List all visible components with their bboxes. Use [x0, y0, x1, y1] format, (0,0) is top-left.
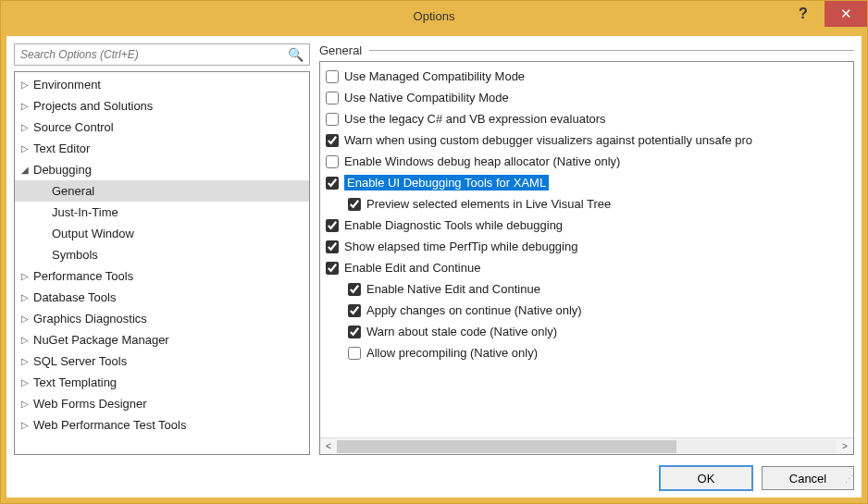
tree-item[interactable]: Symbols [15, 244, 309, 265]
tree-item[interactable]: ▷Web Forms Designer [15, 393, 309, 414]
chevron-right-icon[interactable]: ▷ [19, 313, 31, 324]
tree-item[interactable]: ▷Performance Tools [15, 265, 309, 287]
tree-item[interactable]: ▷Graphics Diagnostics [15, 308, 309, 329]
chevron-right-icon[interactable]: ▷ [19, 377, 31, 387]
option-checkbox[interactable] [348, 198, 361, 211]
tree-item[interactable]: ◢Debugging [15, 159, 309, 180]
tree-item-label: Projects and Solutions [31, 99, 153, 113]
option-checkbox[interactable] [326, 155, 339, 168]
scroll-left-arrow[interactable]: < [320, 441, 337, 451]
tree-item-label: Performance Tools [31, 269, 133, 283]
cancel-button[interactable]: Cancel [762, 466, 854, 490]
chevron-right-icon[interactable]: ▷ [19, 399, 31, 409]
option-checkbox[interactable] [326, 219, 339, 232]
option-row[interactable]: Enable Windows debug heap allocator (Nat… [320, 151, 853, 172]
button-bar: OK Cancel [14, 455, 854, 490]
option-row[interactable]: Enable Diagnostic Tools while debugging [320, 215, 853, 236]
tree-item[interactable]: General [15, 180, 309, 202]
option-checkbox[interactable] [326, 134, 339, 147]
option-label: Allow precompiling (Native only) [366, 346, 538, 360]
option-row[interactable]: Allow precompiling (Native only) [320, 342, 853, 363]
chevron-right-icon[interactable]: ▷ [19, 335, 31, 345]
option-checkbox[interactable] [326, 113, 339, 126]
tree-item-label: Source Control [31, 120, 114, 134]
title-buttons: ? ✕ [782, 1, 867, 27]
option-row[interactable]: Show elapsed time PerfTip while debuggin… [320, 236, 853, 257]
tree-item[interactable]: ▷Text Editor [15, 138, 309, 159]
chevron-right-icon[interactable]: ▷ [19, 292, 31, 302]
search-box[interactable]: 🔍 [14, 43, 310, 66]
tree-item-label: Just-In-Time [50, 205, 118, 219]
options-tree[interactable]: ▷Environment▷Projects and Solutions▷Sour… [14, 71, 310, 455]
search-input[interactable] [20, 48, 288, 61]
resize-grip-icon[interactable]: ⋰ [841, 477, 854, 490]
option-row[interactable]: Enable Native Edit and Continue [320, 278, 853, 300]
main-area: 🔍 ▷Environment▷Projects and Solutions▷So… [14, 43, 854, 455]
option-label: Enable Edit and Continue [344, 261, 480, 275]
option-row[interactable]: Apply changes on continue (Native only) [320, 300, 853, 321]
chevron-right-icon[interactable]: ▷ [19, 143, 31, 154]
option-row[interactable]: Use the legacy C# and VB expression eval… [320, 108, 853, 129]
chevron-down-icon[interactable]: ◢ [19, 165, 31, 175]
section-divider [369, 50, 854, 51]
checklist[interactable]: Use Managed Compatibility ModeUse Native… [320, 62, 853, 437]
option-label: Enable Windows debug heap allocator (Nat… [344, 154, 620, 168]
horizontal-scrollbar[interactable]: < > [320, 437, 853, 454]
tree-item-label: Text Templating [31, 375, 117, 389]
content-area: 🔍 ▷Environment▷Projects and Solutions▷So… [6, 36, 862, 498]
tree-item-label: SQL Server Tools [31, 354, 127, 368]
option-checkbox[interactable] [326, 92, 339, 104]
chevron-right-icon[interactable]: ▷ [19, 271, 31, 281]
option-row[interactable]: Warn when using custom debugger visualiz… [320, 129, 853, 151]
scroll-right-arrow[interactable]: > [837, 441, 853, 451]
scroll-thumb[interactable] [337, 440, 676, 453]
tree-item-label: Web Forms Designer [31, 397, 147, 411]
option-row[interactable]: Use Managed Compatibility Mode [320, 66, 853, 87]
option-row[interactable]: Enable UI Debugging Tools for XAML [320, 172, 853, 193]
tree-item-label: NuGet Package Manager [31, 333, 169, 347]
chevron-right-icon[interactable]: ▷ [19, 122, 31, 132]
left-panel: 🔍 ▷Environment▷Projects and Solutions▷So… [14, 43, 310, 455]
option-row[interactable]: Preview selected elements in Live Visual… [320, 193, 853, 215]
window-title: Options [1, 9, 867, 23]
option-checkbox[interactable] [326, 70, 339, 83]
tree-item[interactable]: ▷NuGet Package Manager [15, 329, 309, 350]
option-label: Use Native Compatibility Mode [344, 91, 509, 104]
options-window: Options ? ✕ 🔍 ▷Environment▷Projects and … [0, 0, 868, 504]
help-button[interactable]: ? [782, 1, 825, 27]
tree-item[interactable]: ▷Projects and Solutions [15, 95, 309, 117]
tree-item-label: Graphics Diagnostics [31, 312, 147, 326]
scroll-track[interactable] [337, 440, 837, 453]
tree-item[interactable]: Just-In-Time [15, 202, 309, 223]
option-checkbox[interactable] [326, 262, 339, 275]
chevron-right-icon[interactable]: ▷ [19, 101, 31, 111]
option-checkbox[interactable] [348, 326, 361, 338]
option-checkbox[interactable] [348, 304, 361, 317]
option-row[interactable]: Enable Edit and Continue [320, 257, 853, 278]
option-row[interactable]: Use Native Compatibility Mode [320, 87, 853, 108]
tree-item[interactable]: ▷SQL Server Tools [15, 350, 309, 372]
option-label: Enable Native Edit and Continue [366, 282, 540, 296]
right-panel: General Use Managed Compatibility ModeUs… [319, 43, 854, 455]
ok-button[interactable]: OK [660, 466, 752, 490]
chevron-right-icon[interactable]: ▷ [19, 80, 31, 90]
option-row[interactable]: Warn about stale code (Native only) [320, 321, 853, 342]
tree-item[interactable]: ▷Environment [15, 74, 309, 95]
tree-item[interactable]: ▷Source Control [15, 117, 309, 138]
chevron-right-icon[interactable]: ▷ [19, 420, 31, 430]
chevron-right-icon[interactable]: ▷ [19, 356, 31, 366]
tree-item[interactable]: ▷Web Performance Test Tools [15, 414, 309, 436]
close-button[interactable]: ✕ [825, 1, 867, 27]
tree-item-label: Environment [31, 78, 101, 92]
option-checkbox[interactable] [326, 177, 339, 190]
tree-item[interactable]: ▷Database Tools [15, 287, 309, 308]
option-checkbox[interactable] [348, 283, 361, 296]
option-label: Enable UI Debugging Tools for XAML [344, 175, 549, 191]
tree-item[interactable]: ▷Text Templating [15, 372, 309, 393]
section-header: General [319, 43, 854, 57]
option-checkbox[interactable] [326, 240, 339, 253]
option-label: Apply changes on continue (Native only) [366, 303, 582, 317]
option-label: Enable Diagnostic Tools while debugging [344, 218, 563, 232]
option-checkbox[interactable] [348, 347, 361, 360]
tree-item[interactable]: Output Window [15, 223, 309, 244]
